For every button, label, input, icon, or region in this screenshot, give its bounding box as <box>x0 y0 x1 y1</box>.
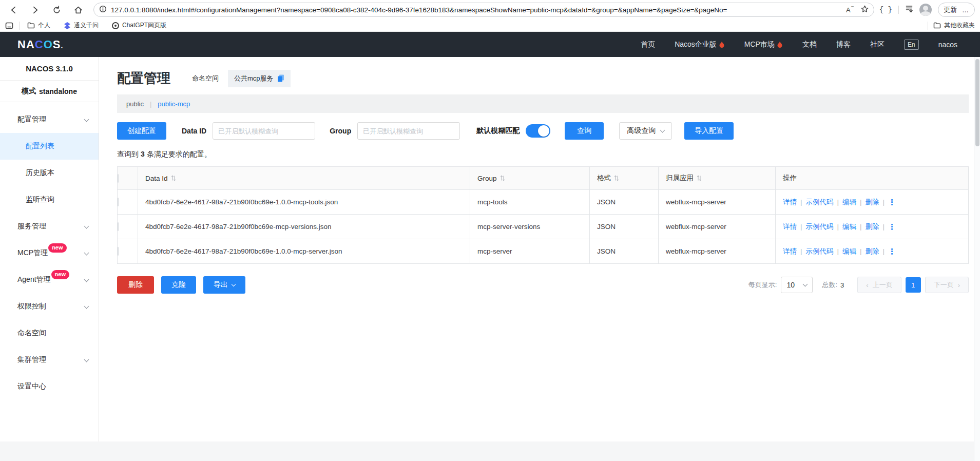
cell-group: mcp-server <box>470 239 590 264</box>
sidebar-item-permission-control[interactable]: 权限控制 <box>0 293 99 320</box>
col-header-operations: 操作 <box>783 174 797 182</box>
bookmark-chatgpt[interactable]: ChatGPT网页版 <box>112 21 166 30</box>
profile-avatar[interactable] <box>919 4 932 16</box>
favorite-star-icon[interactable] <box>861 5 869 15</box>
sort-icon[interactable] <box>500 175 505 181</box>
top-nav-blog[interactable]: 博客 <box>836 40 851 49</box>
sidebar-item-config-list[interactable]: 配置列表 <box>0 133 99 160</box>
group-input[interactable] <box>357 122 460 140</box>
more-actions-icon[interactable]: ⋮ <box>888 222 896 232</box>
site-info-icon[interactable] <box>99 5 107 15</box>
advanced-query-dropdown[interactable]: 高级查询 <box>619 122 672 140</box>
page-size-select[interactable]: 10 <box>781 277 813 293</box>
sample-code-link[interactable]: 示例代码 <box>806 198 834 207</box>
address-bar[interactable]: 127.0.0.1:8080/index.html#/configuration… <box>93 3 874 17</box>
update-button[interactable]: 更新 … <box>938 3 975 17</box>
sidebar-item-service-management[interactable]: 服务管理 <box>0 213 99 240</box>
top-nav-enterprise[interactable]: Nacos企业版 <box>675 40 725 49</box>
prev-page-button[interactable]: ‹ 上一页 <box>857 277 901 293</box>
tab-actions-icon[interactable] <box>5 22 13 29</box>
edit-link[interactable]: 编辑 <box>842 247 856 256</box>
export-button[interactable]: 导出 <box>203 276 245 294</box>
detail-link[interactable]: 详情 <box>783 198 797 207</box>
back-icon[interactable] <box>6 3 21 17</box>
top-nav-home[interactable]: 首页 <box>641 40 655 49</box>
create-config-button[interactable]: 创建配置 <box>117 122 166 140</box>
main-content: 配置管理 命名空间 公共mcp服务 public | public-mcp 创建… <box>99 57 980 461</box>
read-aloud-icon[interactable]: A⌒ <box>846 6 855 14</box>
sample-code-link[interactable]: 示例代码 <box>806 222 834 232</box>
reload-icon[interactable] <box>49 3 64 17</box>
top-nav-mcp-market[interactable]: MCP市场 <box>744 40 783 49</box>
browser-menu-icon[interactable]: … <box>962 6 969 14</box>
namespace-tag[interactable]: 公共mcp服务 <box>228 70 291 87</box>
vertical-scrollbar[interactable] <box>974 57 980 461</box>
table-row: 4bd0fcb7-6e2e-4617-98a7-21b90f0bc69e-1.0… <box>118 190 969 215</box>
bookmarks-right-divider <box>928 22 928 30</box>
cell-format: JSON <box>590 190 659 215</box>
clone-button[interactable]: 克隆 <box>161 276 196 294</box>
edit-link[interactable]: 编辑 <box>842 222 856 232</box>
scrollbar-thumb[interactable] <box>975 59 979 146</box>
cell-data-id: 4bd0fcb7-6e2e-4617-98a7-21b90f0bc69e-mcp… <box>138 215 470 239</box>
data-id-input[interactable] <box>213 122 315 140</box>
sort-icon[interactable] <box>697 175 702 181</box>
sort-icon[interactable] <box>614 175 619 181</box>
sort-icon[interactable] <box>171 175 176 181</box>
sidebar-item-listener-query[interactable]: 监听查询 <box>0 186 99 213</box>
flame-icon <box>719 41 725 48</box>
sidebar-item-settings-center[interactable]: 设置中心 <box>0 373 99 400</box>
detail-link[interactable]: 详情 <box>783 222 797 232</box>
select-all-checkbox[interactable] <box>118 174 119 183</box>
collections-icon[interactable] <box>905 5 913 15</box>
bookmark-other-favorites[interactable]: 其他收藏夹 <box>933 21 975 30</box>
row-checkbox[interactable] <box>118 222 119 231</box>
home-icon[interactable] <box>71 3 85 17</box>
config-table: Data Id Group 格式 归属应用 操作 4bd0fcb7-6e2e-4… <box>117 166 969 264</box>
fuzzy-match-toggle[interactable] <box>526 124 550 138</box>
chevron-down-icon <box>84 224 89 229</box>
delete-link[interactable]: 删除 <box>866 247 879 256</box>
batch-delete-button[interactable]: 删除 <box>117 276 154 294</box>
extensions-icon[interactable]: { } <box>879 6 892 14</box>
browser-toolbar: 127.0.0.1:8080/index.html#/configuration… <box>0 0 980 20</box>
import-config-button[interactable]: 导入配置 <box>684 122 734 140</box>
edit-link[interactable]: 编辑 <box>842 198 856 207</box>
sample-code-link[interactable]: 示例代码 <box>806 247 834 256</box>
sidebar-item-namespace[interactable]: 命名空间 <box>0 320 99 347</box>
sidebar-item-agent-management[interactable]: Agent管理 new <box>0 266 99 293</box>
breadcrumb-current[interactable]: public-mcp <box>158 100 190 108</box>
search-button[interactable]: 查询 <box>565 122 604 140</box>
nacos-logo[interactable]: NACOS. <box>17 38 63 51</box>
cell-group: mcp-tools <box>470 190 590 215</box>
current-user[interactable]: nacos <box>938 41 957 49</box>
top-nav-community[interactable]: 社区 <box>870 40 885 49</box>
sidebar-item-config-management[interactable]: 配置管理 <box>0 106 99 133</box>
page-title: 配置管理 <box>117 69 170 87</box>
delete-link[interactable]: 删除 <box>866 222 879 232</box>
current-page-button[interactable]: 1 <box>906 277 921 293</box>
breadcrumb-parent[interactable]: public <box>126 100 144 108</box>
sidebar-item-cluster-management[interactable]: 集群管理 <box>0 347 99 373</box>
more-actions-icon[interactable]: ⋮ <box>888 247 896 256</box>
col-header-group: Group <box>477 175 497 182</box>
next-page-button[interactable]: 下一页 › <box>925 277 969 293</box>
sidebar-item-history-versions[interactable]: 历史版本 <box>0 160 99 186</box>
bookmark-tongyi[interactable]: 通义千问 <box>64 21 99 30</box>
url-text[interactable]: 127.0.0.1:8080/index.html#/configuration… <box>111 6 846 14</box>
delete-link[interactable]: 删除 <box>866 198 879 207</box>
new-badge: new <box>51 270 69 279</box>
query-toolbar: 创建配置 Data ID Group 默认模糊匹配 查询 高级查询 导入配置 <box>117 122 969 140</box>
detail-link[interactable]: 详情 <box>783 247 797 256</box>
fuzzy-match-label: 默认模糊匹配 <box>476 126 520 136</box>
flame-icon <box>777 41 783 48</box>
bookmark-personal[interactable]: 个人 <box>27 21 50 30</box>
more-actions-icon[interactable]: ⋮ <box>888 198 896 207</box>
copy-icon[interactable] <box>277 74 284 82</box>
forward-icon[interactable] <box>28 3 42 17</box>
top-nav-docs[interactable]: 文档 <box>802 40 817 49</box>
row-checkbox[interactable] <box>118 247 119 256</box>
row-checkbox[interactable] <box>118 198 119 206</box>
language-switch[interactable]: En <box>904 40 919 50</box>
sidebar-item-mcp-management[interactable]: MCP管理 new <box>0 240 99 266</box>
